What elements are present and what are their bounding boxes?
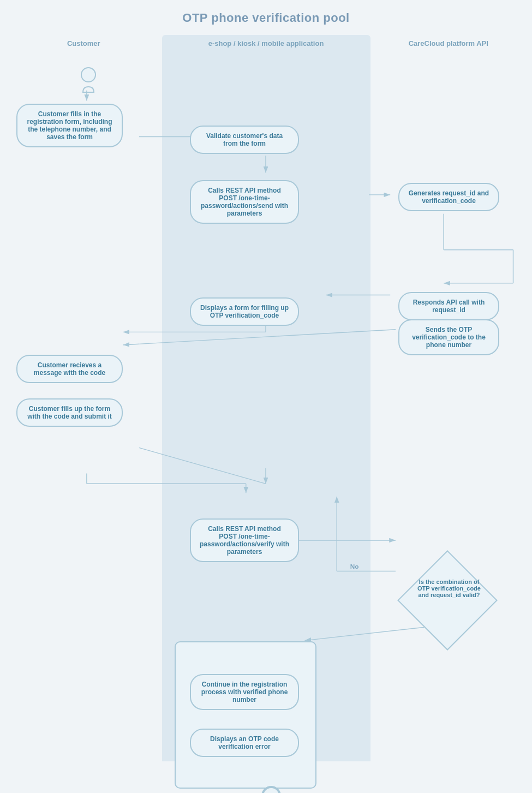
person-icon xyxy=(81,67,96,93)
diamond-valid-text: Is the combination of OTP verification_c… xyxy=(414,579,485,598)
columns-header: Customer e-shop / kiosk / mobile applica… xyxy=(5,35,527,52)
node-displays-form: Displays a form for filling up OTP verif… xyxy=(190,297,299,326)
loop-box xyxy=(175,641,316,789)
col-header-eshop: e-shop / kiosk / mobile application xyxy=(162,35,370,52)
col-header-customer: Customer xyxy=(5,35,162,52)
node-calls-post-send: Calls REST API method POST /one-time-pas… xyxy=(190,180,299,224)
diagram-container: OTP phone verification pool Customer e-s… xyxy=(0,0,532,793)
node-customer-receives: Customer recieves a message with the cod… xyxy=(16,355,123,383)
node-continue-registration: Continue in the registration process wit… xyxy=(190,674,299,710)
node-sends-otp: Sends the OTP verification_code to the p… xyxy=(398,319,499,355)
col-body-api xyxy=(370,52,527,761)
node-customer-fill-registration: Customer fills in the registration form,… xyxy=(16,104,123,147)
node-calls-post-verify: Calls REST API method POST /one-time-pas… xyxy=(190,518,299,562)
person-head xyxy=(81,67,96,82)
node-responds-request-id: Responds API call with request_id xyxy=(398,292,499,320)
diagram-title: OTP phone verification pool xyxy=(5,11,527,25)
columns-body: No Yes Customer fills in the registratio… xyxy=(5,52,527,761)
node-validate-data: Validate customer's data from the form xyxy=(190,126,299,154)
col-header-api: CareCloud platform API xyxy=(370,35,527,52)
node-customer-fills-code: Customer fills up the form with the code… xyxy=(16,398,123,427)
node-displays-error: Displays an OTP code verification error xyxy=(190,729,299,757)
node-generates-request: Generates request_id and verification_co… xyxy=(398,183,499,211)
